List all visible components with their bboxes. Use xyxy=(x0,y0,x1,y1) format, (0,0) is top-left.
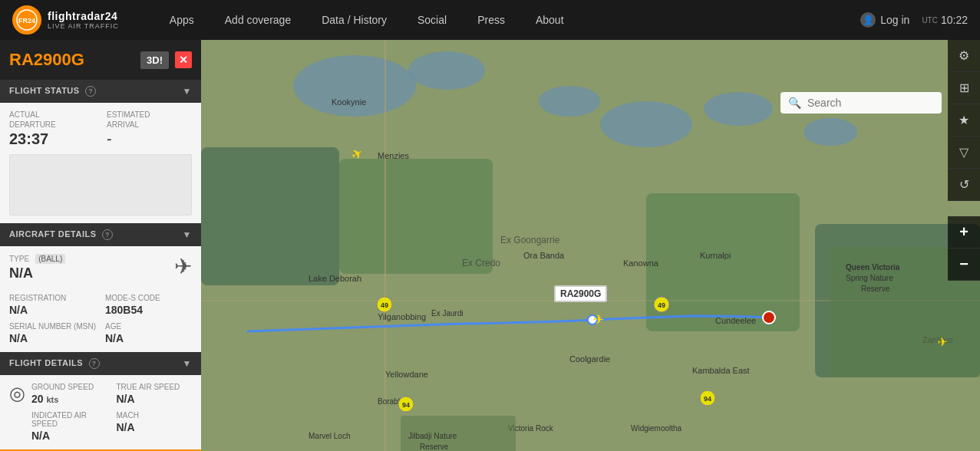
aircraft-details-title: AIRCRAFT DETAILS ? xyxy=(9,229,113,240)
aircraft-help[interactable]: ? xyxy=(102,229,113,240)
arrival-block: ESTIMATED ARRIVAL - xyxy=(107,110,192,148)
ground-speed-item: GROUND SPEED 20 kts xyxy=(31,383,107,405)
flight-details-help[interactable]: ? xyxy=(89,358,100,369)
departure-time: 23:37 xyxy=(9,130,94,148)
grid-button[interactable]: ⊞ xyxy=(948,72,980,104)
flight-header: RA2900G 3D! ✕ xyxy=(0,40,201,80)
3d-button[interactable]: 3D! xyxy=(140,51,169,69)
svg-text:Kanowna: Kanowna xyxy=(623,258,659,268)
svg-text:Reserve: Reserve xyxy=(420,443,449,451)
svg-text:Ex Jaurdi: Ex Jaurdi xyxy=(431,309,464,318)
search-bar: 🔍 xyxy=(780,92,942,114)
nav-apps[interactable]: Apps xyxy=(154,0,210,40)
age-item: AGE N/A xyxy=(105,322,192,344)
type-label: TYPE xyxy=(9,255,29,263)
flight-status-help[interactable]: ? xyxy=(85,86,96,97)
aircraft-details-grid: REGISTRATION N/A MODE-S CODE 180B54 SERI… xyxy=(9,294,192,344)
flight-details-grid: GROUND SPEED 20 kts TRUE AIR SPEED N/A I… xyxy=(31,383,192,442)
svg-text:Ex Goongarrie: Ex Goongarrie xyxy=(500,235,560,245)
nav-links: Apps Add coverage Data / History Social … xyxy=(154,0,860,40)
sidebar-panel: RA2900G 3D! ✕ FLIGHT STATUS ? ▼ ACTUAL D… xyxy=(0,40,201,451)
type-badge: (BALL) xyxy=(35,254,65,264)
arrival-time: - xyxy=(107,130,192,148)
flight-details-title: FLIGHT DETAILS ? xyxy=(9,358,100,369)
svg-text:Menzies: Menzies xyxy=(378,151,409,160)
svg-rect-10 xyxy=(339,159,493,274)
map-area[interactable]: Kookynie Menzies Ex Goongarrie Ex Credo … xyxy=(201,40,980,451)
flight-details-content: ◎ GROUND SPEED 20 kts TRUE AIR SPEED N/A… xyxy=(0,375,201,449)
true-air-speed-item: TRUE AIR SPEED N/A xyxy=(117,383,193,405)
dep-arr-row: ACTUAL DEPARTURE 23:37 ESTIMATED ARRIVAL… xyxy=(9,110,192,148)
svg-text:94: 94 xyxy=(704,395,711,403)
svg-text:✈: ✈ xyxy=(592,311,605,328)
svg-text:Yellowdane: Yellowdane xyxy=(385,370,428,379)
registration-item: REGISTRATION N/A xyxy=(9,294,96,316)
route-mini-map xyxy=(9,154,192,216)
utc-clock: UTC 10:22 xyxy=(922,14,968,26)
svg-point-5 xyxy=(539,86,600,117)
svg-text:Ora Banda: Ora Banda xyxy=(523,251,565,260)
svg-text:94: 94 xyxy=(402,401,410,409)
svg-text:Kurnalpi: Kurnalpi xyxy=(700,251,731,260)
ground-speed-value: 20 kts xyxy=(31,393,107,405)
svg-point-3 xyxy=(293,55,416,117)
nav-add-coverage[interactable]: Add coverage xyxy=(210,0,306,40)
logo-icon: FR24 xyxy=(12,5,41,35)
flight-status-content: ACTUAL DEPARTURE 23:37 ESTIMATED ARRIVAL… xyxy=(0,103,201,223)
speedometer-icon: ◎ xyxy=(9,383,25,404)
aircraft-type-value: N/A xyxy=(9,265,168,281)
svg-text:Lake Deborah: Lake Deborah xyxy=(309,274,361,283)
flight-header-controls: 3D! ✕ xyxy=(140,51,192,69)
flight-details-header[interactable]: FLIGHT DETAILS ? ▼ xyxy=(0,352,201,375)
svg-rect-9 xyxy=(201,147,339,285)
svg-point-4 xyxy=(408,51,485,90)
aircraft-details-header[interactable]: AIRCRAFT DETAILS ? ▼ xyxy=(0,223,201,246)
svg-text:Reserve: Reserve xyxy=(861,285,890,293)
settings-button[interactable]: ⚙ xyxy=(948,40,980,72)
clock-time: 10:22 xyxy=(941,14,968,26)
svg-text:49: 49 xyxy=(658,301,665,309)
svg-text:Kambalda East: Kambalda East xyxy=(692,366,750,375)
close-button[interactable]: ✕ xyxy=(175,51,192,68)
nav-press[interactable]: Press xyxy=(462,0,520,40)
svg-text:Jilbadji Nature: Jilbadji Nature xyxy=(408,432,457,440)
arrival-label: ARRIVAL xyxy=(107,120,192,129)
login-button[interactable]: 👤 Log in xyxy=(860,12,909,28)
login-label: Log in xyxy=(880,14,909,26)
estimated-label: ESTIMATED xyxy=(107,110,192,119)
svg-text:Widgiemooltha: Widgiemooltha xyxy=(631,424,682,433)
nav-about[interactable]: About xyxy=(520,0,579,40)
svg-point-8 xyxy=(803,118,857,146)
refresh-button[interactable]: ↺ xyxy=(948,169,980,201)
svg-text:49: 49 xyxy=(381,301,388,309)
departure-label: DEPARTURE xyxy=(9,120,94,129)
nav-data-history[interactable]: Data / History xyxy=(306,0,402,40)
user-icon: 👤 xyxy=(860,12,876,28)
logo[interactable]: FR24 flightradar24 LIVE AIR TRAFFIC xyxy=(0,5,131,35)
aircraft-plane-icon: ✈ xyxy=(174,254,192,279)
zoom-in-button[interactable]: + xyxy=(948,216,980,249)
filter-button[interactable]: ▽ xyxy=(948,137,980,169)
flight-details-chevron: ▼ xyxy=(183,358,192,369)
toolbar-spacer xyxy=(948,201,980,216)
utc-label: UTC xyxy=(922,16,938,25)
mode-s-item: MODE-S CODE 180B54 xyxy=(105,294,192,316)
zoom-out-button[interactable]: − xyxy=(948,249,980,281)
search-input[interactable] xyxy=(807,97,934,109)
svg-text:Kookynie: Kookynie xyxy=(332,97,366,107)
flight-status-title: FLIGHT STATUS ? xyxy=(9,86,96,97)
nav-social[interactable]: Social xyxy=(402,0,462,40)
search-icon: 🔍 xyxy=(788,97,801,109)
flight-id: RA2900G xyxy=(9,50,84,70)
star-button[interactable]: ★ xyxy=(948,104,980,137)
flight-status-header[interactable]: FLIGHT STATUS ? ▼ xyxy=(0,80,201,103)
logo-title: flightradar24 xyxy=(48,10,119,22)
aircraft-chevron: ▼ xyxy=(183,229,192,240)
logo-subtitle: LIVE AIR TRAFFIC xyxy=(48,22,119,30)
svg-text:Coolgardie: Coolgardie xyxy=(569,354,610,364)
departure-block: ACTUAL DEPARTURE 23:37 xyxy=(9,110,94,148)
svg-text:FR24: FR24 xyxy=(18,17,35,25)
svg-point-7 xyxy=(704,92,773,126)
svg-text:Spring Nature: Spring Nature xyxy=(846,274,893,282)
map-flight-label: RA2900G xyxy=(554,285,607,302)
